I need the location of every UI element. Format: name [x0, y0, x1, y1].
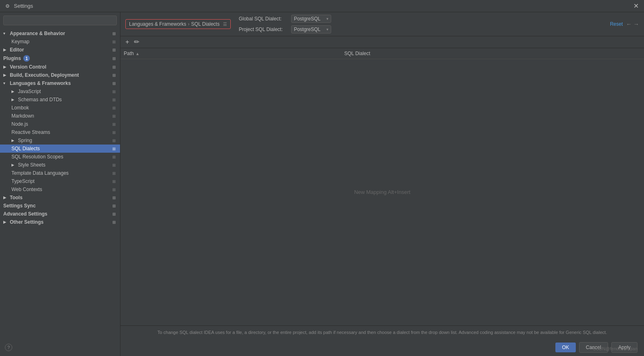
sidebar-item-javascript[interactable]: ▶ JavaScript ⊞ — [0, 87, 120, 96]
expand-arrow-icon: ▶ — [11, 98, 16, 102]
sidebar-item-label: Reactive Streams — [11, 129, 50, 135]
empty-hint-text: New Mapping Alt+Insert — [354, 189, 410, 195]
pin-icon: ⊞ — [111, 39, 117, 44]
pin-icon: ⊞ — [111, 211, 117, 217]
project-dialect-select-wrapper: PostgreSQL MySQL Generic SQL SQLite — [291, 25, 331, 33]
sidebar-item-reactive-streams[interactable]: Reactive Streams ⊞ — [0, 128, 120, 136]
sidebar-item-label: Advanced Settings — [3, 211, 47, 217]
table-header: Path ▲ SQL Dialect — [120, 48, 644, 59]
sidebar-item-label: Web Contexts — [11, 187, 42, 192]
pin-icon: ⊞ — [111, 203, 117, 209]
forward-button[interactable]: → — [633, 21, 639, 27]
column-header-sql-dialect[interactable]: SQL Dialect — [341, 50, 644, 57]
plugins-badge: 1 — [23, 55, 30, 62]
sidebar-item-advanced-settings[interactable]: Advanced Settings ⊞ — [0, 210, 120, 218]
expand-arrow-icon: ▶ — [3, 220, 8, 224]
sidebar-item-label: Editor — [10, 47, 24, 53]
breadcrumb-menu-icon[interactable]: ☰ — [223, 22, 227, 27]
pin-icon: ⊞ — [111, 187, 117, 192]
close-button[interactable]: ✕ — [632, 2, 640, 10]
pin-icon: ⊞ — [111, 31, 117, 36]
expand-arrow-icon: ▶ — [3, 196, 8, 200]
settings-window: ⚙ Settings ✕ ▾ Appearance & Behavior ⊞ K… — [0, 0, 644, 356]
sidebar-item-markdown[interactable]: Markdown ⊞ — [0, 112, 120, 120]
global-dialect-label: Global SQL Dialect: — [239, 16, 288, 22]
sidebar-nav: ▾ Appearance & Behavior ⊞ Keymap ⊞ ▶ Edi… — [0, 29, 120, 227]
sidebar-item-label: SQL Dialects — [11, 146, 40, 151]
project-dialect-select[interactable]: PostgreSQL MySQL Generic SQL SQLite — [291, 25, 331, 33]
bottom-buttons: OK Cancel Apply — [120, 339, 644, 356]
help-icon[interactable]: ? — [5, 344, 12, 351]
sidebar-item-label: Lombok — [11, 105, 29, 111]
back-button[interactable]: ← — [626, 21, 632, 27]
sidebar-item-label: Build, Execution, Deployment — [10, 72, 79, 78]
sidebar-item-label: Schemas and DTDs — [18, 97, 62, 102]
title-bar-text: Settings — [14, 3, 33, 9]
sidebar: ▾ Appearance & Behavior ⊞ Keymap ⊞ ▶ Edi… — [0, 12, 120, 356]
sidebar-item-languages-frameworks[interactable]: ▾ Languages & Frameworks ⊞ — [0, 79, 120, 87]
breadcrumb-current: SQL Dialects — [191, 21, 220, 27]
sidebar-item-lombok[interactable]: Lombok ⊞ — [0, 104, 120, 112]
title-bar: ⚙ Settings ✕ — [0, 0, 644, 12]
pin-icon: ⊞ — [111, 146, 117, 151]
sidebar-item-keymap[interactable]: Keymap ⊞ — [0, 38, 120, 46]
ok-button[interactable]: OK — [555, 343, 575, 352]
sidebar-item-label: JavaScript — [18, 89, 41, 94]
sidebar-item-typescript[interactable]: TypeScript ⊞ — [0, 177, 120, 185]
sidebar-item-label: Spring — [18, 138, 32, 143]
sidebar-item-template-data[interactable]: Template Data Languages ⊞ — [0, 169, 120, 177]
sidebar-item-spring[interactable]: ▶ Spring ⊞ — [0, 136, 120, 145]
sidebar-item-editor[interactable]: ▶ Editor ⊞ — [0, 46, 120, 54]
sidebar-item-label: SQL Resolution Scopes — [11, 154, 63, 160]
sidebar-item-settings-sync[interactable]: Settings Sync ⊞ — [0, 202, 120, 210]
sidebar-item-schemas-dtds[interactable]: ▶ Schemas and DTDs ⊞ — [0, 96, 120, 104]
sidebar-item-label: Settings Sync — [3, 203, 36, 209]
pin-icon: ⊞ — [111, 162, 117, 168]
dialect-config-inline: Global SQL Dialect: PostgreSQL MySQL Gen… — [239, 15, 331, 33]
sidebar-item-label: Plugins — [3, 56, 21, 61]
sidebar-item-other-settings[interactable]: ▶ Other Settings ⊞ — [0, 218, 120, 226]
sql-dialect-label: SQL Dialect — [344, 51, 370, 56]
empty-state: New Mapping Alt+Insert — [120, 59, 644, 325]
column-header-path[interactable]: Path ▲ — [120, 50, 341, 57]
sidebar-item-nodejs[interactable]: Node.js ⊞ — [0, 120, 120, 128]
search-input[interactable] — [3, 16, 117, 25]
global-dialect-select[interactable]: PostgreSQL MySQL Generic SQL SQLite — [291, 15, 331, 23]
sort-asc-icon: ▲ — [136, 51, 140, 56]
pin-icon: ⊞ — [111, 80, 117, 86]
sidebar-item-version-control[interactable]: ▶ Version Control ⊞ — [0, 63, 120, 71]
sidebar-item-appearance-behavior[interactable]: ▾ Appearance & Behavior ⊞ — [0, 29, 120, 38]
reset-button[interactable]: Reset — [610, 21, 623, 27]
sidebar-item-label: TypeScript — [11, 178, 35, 184]
pin-icon: ⊞ — [111, 89, 117, 94]
sidebar-item-web-contexts[interactable]: Web Contexts ⊞ — [0, 185, 120, 194]
sidebar-item-tools[interactable]: ▶ Tools ⊞ — [0, 194, 120, 202]
sidebar-item-label: Appearance & Behavior — [10, 31, 65, 36]
bottom-info-text: To change SQL dialect IDEA uses for a fi… — [120, 326, 644, 339]
app-icon: ⚙ — [4, 3, 11, 9]
sidebar-item-sql-dialects[interactable]: SQL Dialects ⊞ — [0, 145, 120, 153]
edit-mapping-button[interactable]: ✏ — [132, 38, 141, 46]
sidebar-item-style-sheets[interactable]: ▶ Style Sheets ⊞ — [0, 161, 120, 169]
sidebar-item-build-execution[interactable]: ▶ Build, Execution, Deployment ⊞ — [0, 71, 120, 79]
sidebar-item-label: Markdown — [11, 113, 34, 119]
pin-icon: ⊞ — [111, 154, 117, 160]
sidebar-item-sql-resolution[interactable]: SQL Resolution Scopes ⊞ — [0, 153, 120, 161]
sidebar-item-label: Template Data Languages — [11, 170, 69, 176]
pin-icon: ⊞ — [111, 113, 117, 119]
main-content: ▾ Appearance & Behavior ⊞ Keymap ⊞ ▶ Edi… — [0, 12, 644, 356]
pin-icon: ⊞ — [111, 138, 117, 143]
sidebar-item-plugins[interactable]: Plugins 1 ⊞ — [0, 54, 120, 63]
expand-arrow-icon: ▶ — [11, 89, 16, 93]
project-dialect-row: Project SQL Dialect: PostgreSQL MySQL Ge… — [239, 25, 331, 33]
expand-arrow-icon: ▶ — [3, 73, 8, 77]
breadcrumb: Languages & Frameworks › SQL Dialects ☰ — [125, 19, 231, 29]
pin-icon: ⊞ — [111, 47, 117, 53]
bottom-area: To change SQL dialect IDEA uses for a fi… — [120, 325, 644, 356]
sidebar-item-label: Node.js — [11, 121, 28, 127]
add-mapping-button[interactable]: + — [124, 38, 131, 46]
expand-arrow-icon: ▶ — [3, 65, 8, 69]
watermark-text: CSDN@fendouweijian — [593, 346, 637, 351]
pin-icon: ⊞ — [111, 64, 117, 70]
path-label: Path — [124, 51, 134, 56]
